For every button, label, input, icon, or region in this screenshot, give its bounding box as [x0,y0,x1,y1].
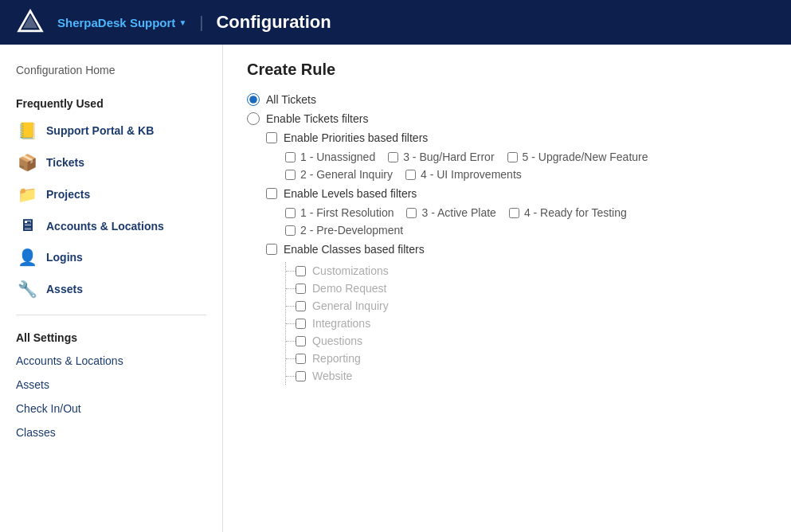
checkbox-level-4[interactable] [509,208,519,218]
sidebar-item-assets-label: Assets [46,283,83,295]
checkbox-classes-label: Enable Classes based filters [284,243,425,256]
checkbox-level-1[interactable] [285,208,296,218]
priority-5-label: 5 - Upgrade/New Feature [523,151,648,163]
checkbox-priority-2[interactable] [285,170,296,180]
class-general-inquiry: General Inquiry [286,297,767,315]
support-portal-icon: 📒 [16,121,38,140]
levels-row-1: 1 - First Resolution 3 - Active Plate 4 … [285,206,767,219]
priorities-sub-options: 1 - Unassigned 3 - Bug/Hard Error 5 - Up… [285,151,767,181]
sidebar-item-projects-label: Projects [46,188,90,201]
app-layout: Configuration Home Frequently Used 📒 Sup… [0,45,791,532]
checkbox-levels-label: Enable Levels based filters [284,187,417,200]
logo [16,8,45,37]
priority-1-label: 1 - Unassigned [300,151,375,163]
level-1-label: 1 - First Resolution [300,206,394,219]
app-header: SherpaDesk Support ▼ | Configuration [0,0,791,45]
checkbox-classes-row: Enable Classes based filters [266,243,767,256]
sidebar-config-home[interactable]: Configuration Home [0,57,222,89]
checkbox-priorities-row: Enable Priorities based filters [266,131,767,144]
checkbox-levels[interactable] [266,188,277,199]
class-customizations-label: Customizations [312,264,389,277]
checkbox-class-customizations[interactable] [296,266,306,276]
sidebar-item-support-portal[interactable]: 📒 Support Portal & KB [0,115,222,147]
radio-all-tickets-label: All Tickets [266,93,316,106]
sidebar-settings-accounts[interactable]: Accounts & Locations [0,349,222,373]
priority-2-general: 2 - General Inquiry [285,168,393,181]
checkbox-priorities-label: Enable Priorities based filters [284,131,428,144]
sidebar-item-logins-label: Logins [46,251,83,264]
class-website: Website [286,367,767,385]
level-2-label: 2 - Pre-Development [300,224,403,237]
sidebar-all-settings-label: All Settings [0,325,222,349]
class-questions-label: Questions [312,334,362,347]
sidebar-item-assets[interactable]: 🔧 Assets [0,273,222,305]
priority-1-unassigned: 1 - Unassigned [285,151,375,163]
sidebar-item-tickets[interactable]: 📦 Tickets [0,147,222,178]
class-customizations: Customizations [286,262,767,280]
radio-enable-tickets[interactable] [247,112,260,125]
checkbox-priority-1[interactable] [285,152,296,162]
accounts-icon: 🖥 [16,217,38,235]
checkbox-class-integrations[interactable] [296,319,306,329]
main-content: Create Rule All Tickets Enable Tickets f… [223,45,791,532]
levels-row-2: 2 - Pre-Development [285,224,767,237]
checkbox-priority-4[interactable] [405,170,416,180]
priority-4-label: 4 - UI Improvements [421,168,522,181]
sidebar-settings-assets[interactable]: Assets [0,373,222,397]
sidebar-item-accounts-locations-label: Accounts & Locations [46,220,164,233]
tickets-icon: 📦 [16,153,38,172]
sidebar-settings-classes[interactable]: Classes [0,421,222,444]
logins-icon: 👤 [16,248,38,267]
checkbox-class-website[interactable] [296,371,306,381]
classes-tree: Customizations Demo Request General Inqu… [285,262,767,385]
sidebar: Configuration Home Frequently Used 📒 Sup… [0,45,223,532]
sidebar-item-projects[interactable]: 📁 Projects [0,178,222,210]
levels-sub-options: 1 - First Resolution 3 - Active Plate 4 … [285,206,767,237]
class-demo-request-label: Demo Request [312,282,386,295]
brand-name[interactable]: SherpaDesk Support ▼ [57,16,186,29]
level-3-label: 3 - Active Plate [421,206,495,219]
priority-5-upgrade: 5 - Upgrade/New Feature [507,151,648,163]
class-reporting-label: Reporting [312,352,361,365]
checkbox-priority-3[interactable] [388,152,398,162]
priority-3-bug: 3 - Bug/Hard Error [388,151,494,163]
sidebar-item-logins[interactable]: 👤 Logins [0,241,222,273]
sidebar-item-tickets-label: Tickets [46,156,84,169]
checkbox-class-reporting[interactable] [296,354,306,364]
level-3-active-plate: 3 - Active Plate [406,206,495,219]
radio-all-tickets[interactable] [247,93,260,106]
sidebar-item-support-portal-label: Support Portal & KB [46,124,154,137]
priority-4-ui: 4 - UI Improvements [405,168,522,181]
priority-2-label: 2 - General Inquiry [300,168,393,181]
checkbox-class-general-inquiry[interactable] [296,301,306,311]
projects-icon: 📁 [16,185,38,204]
page-title: Create Rule [247,61,767,79]
level-1-first-resolution: 1 - First Resolution [285,206,394,219]
checkbox-level-3[interactable] [406,208,417,218]
page-header-title: Configuration [216,12,331,33]
sidebar-settings-checkin[interactable]: Check In/Out [0,397,222,421]
checkbox-classes[interactable] [266,244,277,255]
checkbox-class-demo-request[interactable] [296,284,306,294]
checkbox-level-2[interactable] [285,225,296,236]
checkbox-priority-5[interactable] [507,152,518,162]
brand-dropdown-icon: ▼ [178,18,186,27]
sidebar-frequently-used-label: Frequently Used [0,89,222,115]
priorities-row-2: 2 - General Inquiry 4 - UI Improvements [285,168,767,181]
radio-enable-tickets-row: Enable Tickets filters [247,112,767,125]
level-4-ready-testing: 4 - Ready for Testing [509,206,627,219]
checkbox-class-questions[interactable] [296,336,306,346]
class-general-inquiry-label: General Inquiry [312,299,389,312]
sidebar-item-accounts-locations[interactable]: 🖥 Accounts & Locations [0,210,222,241]
assets-icon: 🔧 [16,280,38,299]
priority-3-label: 3 - Bug/Hard Error [403,151,494,163]
radio-enable-tickets-label: Enable Tickets filters [266,112,368,125]
sidebar-divider [16,315,206,315]
class-demo-request: Demo Request [286,280,767,297]
checkbox-priorities[interactable] [266,132,277,143]
class-reporting: Reporting [286,350,767,367]
class-website-label: Website [312,370,352,382]
checkbox-levels-row: Enable Levels based filters [266,187,767,200]
class-questions: Questions [286,332,767,350]
level-2-pre-dev: 2 - Pre-Development [285,224,403,237]
